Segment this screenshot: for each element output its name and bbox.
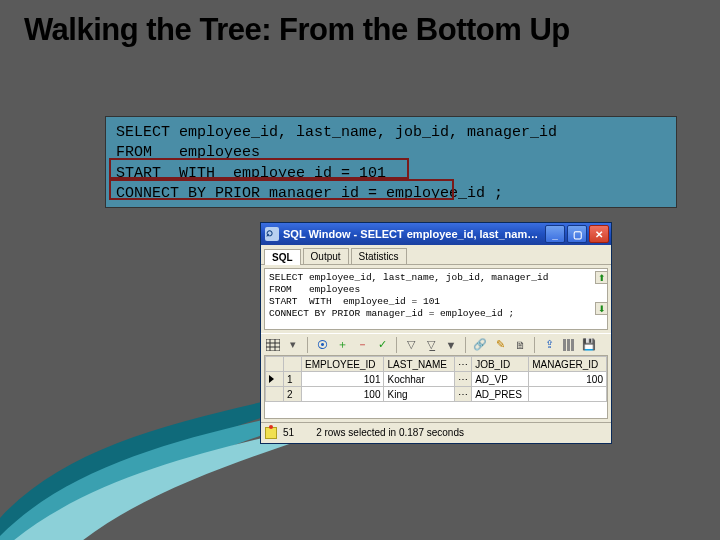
status-bar: 51 2 rows selected in 0.187 seconds: [261, 422, 611, 442]
save-icon[interactable]: 💾: [581, 337, 597, 353]
prev-sql-button[interactable]: ⬆: [595, 271, 608, 284]
cell-manager-id[interactable]: 100: [529, 372, 607, 387]
row-cursor[interactable]: [266, 387, 284, 402]
filter-icon[interactable]: ▼: [443, 337, 459, 353]
table-row[interactable]: 1 101 Kochhar ⋯ AD_VP 100: [266, 372, 607, 387]
maximize-button[interactable]: ▢: [567, 225, 587, 243]
add-row-icon[interactable]: ＋: [334, 337, 350, 353]
cell-expand[interactable]: ⋯: [455, 387, 472, 402]
separator: [465, 337, 466, 353]
col-job-id[interactable]: JOB_ID: [472, 357, 529, 372]
result-toolbar: ▾ ⦿ ＋ － ✓ ▽ ▽̲ ▼ 🔗 ✎ 🗎 ⇪ 💾: [261, 333, 611, 355]
row-header-corner2: [284, 357, 302, 372]
separator: [534, 337, 535, 353]
next-sql-button[interactable]: ⬇: [595, 302, 608, 315]
close-button[interactable]: ✕: [589, 225, 609, 243]
row-cursor[interactable]: [266, 372, 284, 387]
delete-row-icon[interactable]: －: [354, 337, 370, 353]
cell-job-id[interactable]: AD_VP: [472, 372, 529, 387]
link-icon[interactable]: 🔗: [472, 337, 488, 353]
columns-icon[interactable]: [561, 337, 577, 353]
separator: [307, 337, 308, 353]
svg-rect-7: [571, 339, 574, 351]
app-icon: [265, 227, 279, 241]
row-num: 1: [284, 372, 302, 387]
pin-icon[interactable]: ⦿: [314, 337, 330, 353]
minimize-button[interactable]: _: [545, 225, 565, 243]
grid-dropdown-icon[interactable]: ▾: [285, 337, 301, 353]
svg-rect-5: [563, 339, 566, 351]
svg-rect-6: [567, 339, 570, 351]
titlebar[interactable]: SQL Window - SELECT employee_id, last_na…: [261, 223, 611, 245]
current-row-icon: [269, 375, 274, 383]
commit-icon[interactable]: ✓: [374, 337, 390, 353]
status-row-count: 51: [283, 427, 294, 438]
row-header-corner: [266, 357, 284, 372]
result-grid[interactable]: EMPLOYEE_ID LAST_NAME ⋯ JOB_ID MANAGER_I…: [264, 355, 608, 419]
cell-last-name[interactable]: Kochhar: [384, 372, 455, 387]
cell-expand[interactable]: ⋯: [455, 372, 472, 387]
svg-rect-0: [266, 339, 280, 351]
sort-asc-icon[interactable]: ▽̲: [423, 337, 439, 353]
cell-job-id[interactable]: AD_PRES: [472, 387, 529, 402]
cell-employee-id[interactable]: 100: [302, 387, 384, 402]
col-expand[interactable]: ⋯: [455, 357, 472, 372]
window-title: SQL Window - SELECT employee_id, last_na…: [283, 228, 541, 240]
edit-cell-icon[interactable]: ✎: [492, 337, 508, 353]
slide-title: Walking the Tree: From the Bottom Up: [0, 0, 720, 47]
col-employee-id[interactable]: EMPLOYEE_ID: [302, 357, 384, 372]
tab-sql[interactable]: SQL: [264, 249, 301, 265]
cell-last-name[interactable]: King: [384, 387, 455, 402]
status-icon: [265, 427, 277, 439]
tab-statistics[interactable]: Statistics: [351, 248, 407, 264]
col-manager-id[interactable]: MANAGER_ID: [529, 357, 607, 372]
status-message: 2 rows selected in 0.187 seconds: [316, 427, 464, 438]
sort-desc-icon[interactable]: ▽: [403, 337, 419, 353]
sql-code-box: SELECT employee_id, last_name, job_id, m…: [105, 116, 677, 208]
tab-strip: SQL Output Statistics: [261, 245, 611, 265]
note-icon[interactable]: 🗎: [512, 337, 528, 353]
table-row[interactable]: 2 100 King ⋯ AD_PRES: [266, 387, 607, 402]
cell-manager-id[interactable]: [529, 387, 607, 402]
grid-icon[interactable]: [265, 337, 281, 353]
sql-window: SQL Window - SELECT employee_id, last_na…: [260, 222, 612, 444]
export-icon[interactable]: ⇪: [541, 337, 557, 353]
row-num: 2: [284, 387, 302, 402]
separator: [396, 337, 397, 353]
cell-employee-id[interactable]: 101: [302, 372, 384, 387]
col-last-name[interactable]: LAST_NAME: [384, 357, 455, 372]
tab-output[interactable]: Output: [303, 248, 349, 264]
sql-editor[interactable]: SELECT employee_id, last_name, job_id, m…: [264, 268, 608, 330]
